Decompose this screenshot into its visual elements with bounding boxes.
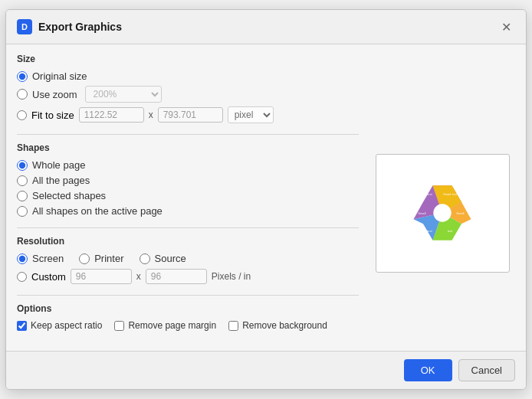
options-section-title: Options bbox=[17, 303, 359, 314]
keep-aspect-ratio-label[interactable]: Keep aspect ratio bbox=[31, 320, 102, 331]
screen-radio[interactable] bbox=[17, 253, 28, 264]
title-bar-left: D Export Graphics bbox=[17, 19, 122, 34]
cancel-button[interactable]: Cancel bbox=[458, 359, 515, 381]
fit-to-size-radio[interactable] bbox=[17, 110, 27, 120]
fit-to-size-label[interactable]: Fit to size bbox=[31, 110, 74, 121]
remove-margin-checkbox[interactable] bbox=[114, 321, 124, 331]
whole-page-label[interactable]: Whole page bbox=[32, 159, 85, 171]
fit-height-input[interactable] bbox=[158, 107, 223, 123]
remove-background-checkbox[interactable] bbox=[228, 321, 238, 331]
all-pages-radio[interactable] bbox=[17, 175, 28, 186]
pixels-per-in-label: Pixels / in bbox=[212, 271, 251, 282]
divider-1 bbox=[17, 134, 359, 135]
size-section-title: Size bbox=[17, 54, 359, 64]
source-radio[interactable] bbox=[140, 253, 150, 264]
custom-radio[interactable] bbox=[17, 272, 27, 282]
use-zoom-radio[interactable] bbox=[17, 89, 28, 100]
fit-to-size-row: Fit to size x pixel mm cm inch bbox=[17, 106, 359, 123]
svg-text:Small: Small bbox=[456, 212, 464, 216]
fit-x-separator: x bbox=[149, 110, 153, 120]
keep-aspect-ratio-item: Keep aspect ratio bbox=[17, 320, 102, 331]
unit-select[interactable]: pixel mm cm inch bbox=[228, 106, 274, 123]
dialog-body: Size Original size Use zoom 200% Fit to … bbox=[6, 44, 526, 351]
original-size-label[interactable]: Original size bbox=[32, 70, 87, 82]
resolution-section-title: Resolution bbox=[17, 236, 359, 247]
selected-shapes-row: Selected shapes bbox=[17, 190, 359, 201]
dialog-footer: OK Cancel bbox=[6, 351, 526, 389]
source-row: Source bbox=[140, 253, 186, 264]
size-section: Size Original size Use zoom 200% Fit to … bbox=[17, 54, 359, 123]
screen-label[interactable]: Screen bbox=[32, 253, 64, 264]
custom-dpi-input-1[interactable] bbox=[71, 269, 132, 284]
whole-page-row: Whole page bbox=[17, 159, 359, 171]
all-shapes-active-radio[interactable] bbox=[17, 206, 28, 217]
whole-page-radio[interactable] bbox=[17, 160, 28, 171]
resolution-radio-row: Screen Printer Source bbox=[17, 253, 359, 264]
options-section: Options Keep aspect ratio Remove page ma… bbox=[17, 303, 359, 331]
remove-margin-label[interactable]: Remove page margin bbox=[128, 320, 216, 331]
left-panel: Size Original size Use zoom 200% Fit to … bbox=[17, 54, 359, 342]
title-bar: D Export Graphics ✕ bbox=[6, 10, 526, 44]
shapes-section-title: Shapes bbox=[17, 142, 359, 153]
app-icon: D bbox=[17, 19, 32, 34]
fit-width-input[interactable] bbox=[79, 107, 144, 123]
remove-margin-item: Remove page margin bbox=[114, 320, 216, 331]
screen-row: Screen bbox=[17, 253, 64, 264]
all-pages-label[interactable]: All the pages bbox=[32, 175, 90, 186]
remove-background-item: Remove background bbox=[228, 320, 327, 331]
svg-text:Small: Small bbox=[418, 212, 425, 216]
svg-text:Small text: Small text bbox=[443, 193, 458, 197]
svg-point-6 bbox=[433, 204, 451, 221]
svg-text:text: text bbox=[448, 229, 454, 233]
all-shapes-active-label[interactable]: All shapes on the active page bbox=[32, 205, 163, 217]
all-pages-row: All the pages bbox=[17, 175, 359, 186]
right-panel: Small text Small text text Small text bbox=[369, 54, 515, 342]
resolution-section: Resolution Screen Printer Source bbox=[17, 236, 359, 284]
source-label[interactable]: Source bbox=[155, 253, 186, 264]
preview-box: Small text Small text text Small text bbox=[376, 154, 510, 273]
custom-x-separator: x bbox=[136, 271, 141, 282]
export-graphics-dialog: D Export Graphics ✕ Size Original size U… bbox=[5, 9, 527, 390]
custom-dpi-input-2[interactable] bbox=[146, 269, 207, 284]
printer-label[interactable]: Printer bbox=[94, 253, 123, 264]
svg-text:text: text bbox=[427, 229, 433, 233]
zoom-select[interactable]: 200% bbox=[85, 86, 162, 103]
keep-aspect-ratio-checkbox[interactable] bbox=[17, 321, 27, 331]
printer-radio[interactable] bbox=[79, 253, 90, 264]
divider-2 bbox=[17, 227, 359, 228]
selected-shapes-radio[interactable] bbox=[17, 191, 28, 201]
custom-resolution-row: Custom x Pixels / in bbox=[17, 269, 359, 284]
preview-svg: Small text Small text text Small text bbox=[404, 175, 481, 251]
options-row: Keep aspect ratio Remove page margin Rem… bbox=[17, 320, 359, 331]
dialog-title: Export Graphics bbox=[38, 21, 122, 33]
use-zoom-row: Use zoom 200% bbox=[17, 86, 359, 103]
original-size-radio[interactable] bbox=[17, 71, 28, 82]
custom-label[interactable]: Custom bbox=[31, 271, 66, 283]
divider-3 bbox=[17, 295, 359, 296]
svg-text:text: text bbox=[427, 193, 433, 197]
ok-button[interactable]: OK bbox=[404, 359, 452, 381]
use-zoom-label[interactable]: Use zoom bbox=[32, 89, 77, 100]
printer-row: Printer bbox=[79, 253, 123, 264]
selected-shapes-label[interactable]: Selected shapes bbox=[32, 190, 106, 201]
remove-background-label[interactable]: Remove background bbox=[242, 320, 327, 331]
original-size-row: Original size bbox=[17, 70, 359, 82]
all-shapes-active-row: All shapes on the active page bbox=[17, 205, 359, 217]
close-button[interactable]: ✕ bbox=[497, 18, 515, 36]
shapes-section: Shapes Whole page All the pages Selected… bbox=[17, 142, 359, 217]
